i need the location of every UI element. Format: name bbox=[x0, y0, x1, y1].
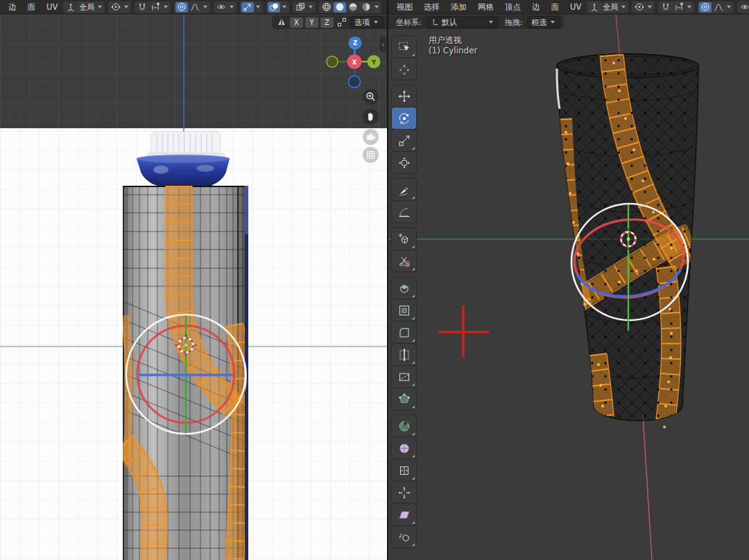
proportional-editing-group[interactable] bbox=[174, 1, 210, 13]
view-name-label: 用户透视 bbox=[429, 35, 462, 46]
left-3d-viewport-editor: 边 面 UV 全局 bbox=[0, 0, 387, 560]
chevron-down-icon bbox=[256, 6, 260, 8]
right-viewport-canvas[interactable]: 坐标系: 默认 拖拽: 框选 用户透视 (1) Cylinder bbox=[388, 15, 749, 560]
pivot-point-group[interactable] bbox=[108, 1, 131, 13]
camera-view-button[interactable] bbox=[363, 129, 379, 145]
toggle-ortho-button[interactable] bbox=[363, 147, 379, 163]
mirror-x-toggle[interactable]: X bbox=[290, 17, 303, 28]
axis-ball-negative-y[interactable] bbox=[327, 56, 338, 67]
tool-shrink-fatten[interactable] bbox=[392, 482, 416, 503]
tool-cursor[interactable] bbox=[392, 58, 416, 80]
snap-target-icon bbox=[149, 2, 162, 12]
sidebar-collapse-arrow[interactable]: ‹ bbox=[379, 37, 387, 52]
drag-label: 拖拽: bbox=[505, 17, 523, 28]
snapping-group[interactable] bbox=[658, 1, 694, 13]
menu-select[interactable]: 选择 bbox=[418, 0, 445, 15]
tool-spin[interactable] bbox=[392, 415, 416, 437]
tool-rip-region[interactable] bbox=[392, 526, 416, 548]
tool-extrude-region[interactable] bbox=[392, 277, 416, 299]
tool-rotate[interactable] bbox=[392, 107, 416, 129]
tool-bevel[interactable] bbox=[392, 322, 416, 343]
options-dropdown[interactable]: 选项 bbox=[350, 16, 384, 28]
options-label: 选项 bbox=[354, 17, 370, 28]
snap-magnet-icon bbox=[660, 2, 672, 12]
auto-merge-icon[interactable] bbox=[336, 17, 348, 28]
active-object-label: (1) Cylinder bbox=[429, 46, 478, 55]
zoom-button[interactable] bbox=[363, 89, 379, 105]
proportional-falloff-icon bbox=[189, 2, 201, 12]
menu-add[interactable]: 添加 bbox=[445, 0, 472, 15]
tool-edge-slide[interactable] bbox=[392, 460, 416, 481]
drag-mode-dropdown[interactable]: 框选 bbox=[527, 16, 560, 28]
navigation-axes-gizmo[interactable]: Z X Y bbox=[316, 34, 387, 117]
tool-shear[interactable] bbox=[392, 504, 416, 525]
right-header: 视图 选择 添加 网格 顶点 边 面 UV 全局 bbox=[388, 0, 749, 15]
mirror-icon[interactable] bbox=[275, 17, 288, 28]
transform-orientation-icon bbox=[64, 2, 77, 12]
tool-inset-faces[interactable] bbox=[392, 299, 416, 321]
shading-wireframe-button[interactable] bbox=[320, 2, 333, 12]
orientation-default-icon bbox=[431, 18, 439, 26]
menu-vertex[interactable]: 顶点 bbox=[499, 0, 526, 15]
transform-orientation-group[interactable]: 全局 bbox=[63, 1, 105, 13]
menu-face[interactable]: 面 bbox=[546, 0, 565, 15]
tool-knife[interactable] bbox=[392, 250, 416, 272]
orientation-dropdown[interactable]: 默认 bbox=[427, 16, 499, 28]
tool-move[interactable] bbox=[392, 85, 416, 107]
menu-edge[interactable]: 边 bbox=[526, 0, 546, 15]
mirror-z-toggle[interactable]: Z bbox=[320, 17, 334, 28]
visibility-group[interactable] bbox=[214, 1, 236, 13]
menu-edge[interactable]: 边 bbox=[3, 0, 22, 15]
axis-ball-negative-z[interactable] bbox=[349, 76, 361, 88]
tool-transform[interactable] bbox=[392, 152, 416, 173]
shading-solid-button[interactable] bbox=[334, 2, 346, 12]
menu-face[interactable]: 面 bbox=[22, 0, 42, 15]
xray-icon bbox=[294, 2, 307, 12]
chevron-down-icon bbox=[309, 6, 313, 8]
tool-select-box[interactable] bbox=[392, 36, 416, 58]
menu-mesh[interactable]: 网格 bbox=[472, 0, 499, 15]
tool-measure[interactable] bbox=[392, 201, 416, 222]
left-header: 边 面 UV 全局 bbox=[0, 0, 387, 15]
overlays-group[interactable] bbox=[266, 1, 289, 13]
chevron-down-icon bbox=[203, 6, 207, 8]
axis-label-z: Z bbox=[353, 40, 357, 46]
chevron-down-icon bbox=[687, 6, 691, 8]
tool-annotate[interactable] bbox=[392, 179, 416, 200]
menu-uv[interactable]: UV bbox=[41, 0, 63, 15]
snapping-group[interactable] bbox=[135, 1, 171, 13]
left-viewport-canvas[interactable]: Z X Y ‹ X Y bbox=[0, 15, 387, 560]
transform-orientation-group[interactable]: 全局 bbox=[587, 1, 628, 13]
shading-rendered-button[interactable] bbox=[360, 2, 372, 12]
xray-group[interactable] bbox=[293, 1, 316, 13]
pan-hand-button[interactable] bbox=[363, 109, 379, 125]
tool-bisect[interactable] bbox=[392, 366, 416, 387]
right-scene bbox=[388, 15, 749, 560]
proportional-editing-group[interactable] bbox=[698, 1, 734, 13]
pivot-point-group[interactable] bbox=[632, 1, 655, 13]
tool-poly-build[interactable] bbox=[392, 388, 416, 410]
transform-orientation-icon bbox=[588, 2, 601, 12]
axis-label-x: X bbox=[352, 59, 357, 66]
tool-smooth[interactable] bbox=[392, 437, 416, 459]
tool-add-cube[interactable] bbox=[392, 228, 416, 250]
toolbar bbox=[392, 36, 417, 548]
menu-view[interactable]: 视图 bbox=[391, 0, 418, 15]
gizmos-group[interactable] bbox=[240, 1, 263, 13]
menu-uv[interactable]: UV bbox=[565, 0, 587, 15]
chevron-down-icon bbox=[648, 6, 652, 8]
right-tool-settings-bar: 坐标系: 默认 拖拽: 框选 bbox=[388, 15, 564, 29]
blender-window: 边 面 UV 全局 bbox=[0, 0, 749, 560]
mirror-y-toggle[interactable]: Y bbox=[305, 17, 318, 28]
visibility-group[interactable] bbox=[737, 1, 749, 13]
drag-mode-value: 框选 bbox=[531, 17, 546, 28]
tool-scale[interactable] bbox=[392, 130, 416, 151]
chevron-down-icon bbox=[551, 21, 555, 24]
tool-loop-cut[interactable] bbox=[392, 344, 416, 365]
orientation-value: 全局 bbox=[78, 2, 96, 12]
rotate-gizmo[interactable] bbox=[126, 315, 246, 434]
shading-material-button[interactable] bbox=[347, 2, 359, 12]
axis-label-y: Y bbox=[371, 59, 377, 66]
chevron-down-icon bbox=[164, 6, 168, 8]
visibility-eye-icon bbox=[215, 2, 227, 12]
